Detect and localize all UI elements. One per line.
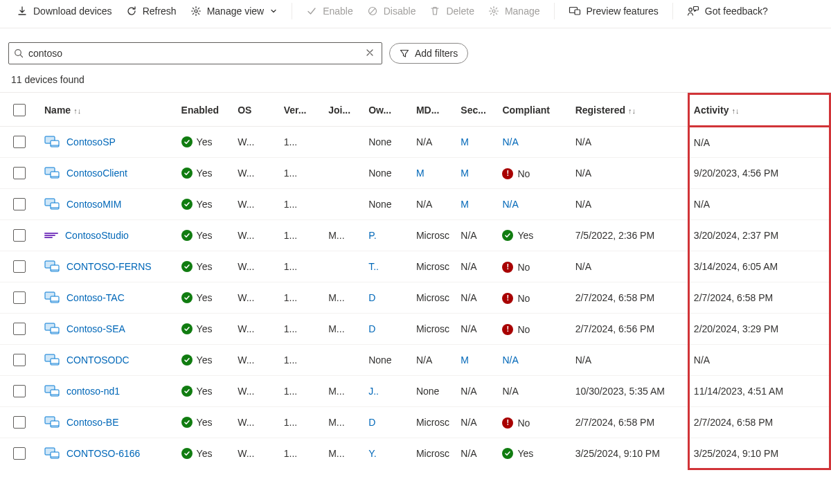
owner-cell[interactable]: J.. — [364, 376, 412, 407]
download-devices-button[interactable]: Download devices — [11, 1, 118, 21]
os-cell: W... — [233, 251, 280, 282]
mdm-cell: Microsc — [412, 438, 456, 469]
col-owner[interactable]: Ow... — [364, 94, 412, 127]
error-circle-icon: ! — [502, 168, 513, 179]
row-checkbox[interactable] — [13, 385, 26, 397]
os-cell: W... — [233, 407, 280, 438]
device-icon — [44, 353, 60, 367]
security-cell[interactable]: M — [456, 158, 498, 189]
security-cell[interactable]: M — [456, 127, 498, 158]
row-checkbox[interactable] — [13, 447, 26, 460]
compliant-cell[interactable]: N/A — [498, 189, 571, 220]
device-link[interactable]: ContosoSP — [66, 136, 116, 147]
device-link[interactable]: contoso-nd1 — [66, 386, 120, 397]
join-cell — [324, 189, 364, 220]
device-link[interactable]: ContosoClient — [66, 168, 127, 179]
row-checkbox[interactable] — [13, 167, 26, 179]
row-checkbox[interactable] — [13, 291, 26, 304]
compliant-cell[interactable]: N/A — [498, 127, 571, 158]
separator — [672, 3, 673, 19]
check-circle-icon — [181, 136, 193, 147]
feedback-button[interactable]: Got feedback? — [681, 1, 774, 21]
owner-cell[interactable]: P. — [364, 220, 412, 251]
manage-view-button[interactable]: Manage view — [185, 1, 284, 21]
mdm-cell: Microsc — [412, 251, 456, 282]
col-compliant[interactable]: Compliant — [498, 94, 571, 127]
activity-cell: 3/14/2024, 6:05 AM — [688, 251, 830, 282]
table-row: contoso-nd1YesW...1...M...J..NoneN/AN/A1… — [0, 376, 830, 407]
svg-rect-32 — [51, 390, 59, 396]
table-row: Contoso-SEAYesW...1...M...DMicroscN/A!No… — [0, 314, 830, 345]
registered-cell: N/A — [571, 189, 689, 220]
svg-rect-20 — [51, 265, 59, 271]
join-cell: M... — [324, 220, 364, 251]
col-version[interactable]: Ver... — [280, 94, 324, 127]
col-join[interactable]: Joi... — [324, 94, 364, 127]
mdm-cell: N/A — [412, 345, 456, 376]
enabled-cell: Yes — [181, 323, 213, 334]
owner-cell[interactable]: D — [364, 314, 412, 345]
col-name[interactable]: Name↑↓ — [40, 94, 177, 127]
col-os[interactable]: OS — [233, 94, 280, 127]
command-bar: Download devices Refresh Manage view Ena… — [0, 0, 831, 28]
compliant-cell[interactable]: N/A — [498, 345, 571, 376]
col-security[interactable]: Sec... — [456, 94, 498, 127]
select-all-checkbox[interactable] — [13, 104, 26, 116]
device-icon — [44, 197, 60, 211]
check-circle-icon — [181, 168, 193, 179]
check-circle-icon — [181, 386, 193, 397]
device-link[interactable]: CONTOSODC — [66, 354, 129, 366]
owner-cell[interactable]: Y. — [364, 438, 412, 469]
check-circle-icon — [502, 230, 513, 241]
row-checkbox[interactable] — [13, 198, 26, 210]
row-checkbox[interactable] — [13, 260, 26, 273]
activity-cell: N/A — [688, 127, 830, 158]
device-link[interactable]: CONTOSO-6166 — [66, 448, 140, 459]
col-activity[interactable]: Activity↑↓ — [688, 94, 830, 127]
row-checkbox[interactable] — [13, 416, 26, 429]
check-icon — [306, 6, 317, 17]
preview-features-button[interactable]: Preview features — [563, 1, 664, 21]
owner-cell[interactable]: T.. — [364, 251, 412, 282]
device-link[interactable]: ContosoMIM — [66, 199, 121, 210]
svg-rect-11 — [51, 141, 59, 147]
security-cell[interactable]: M — [456, 345, 498, 376]
enabled-cell: Yes — [181, 292, 213, 303]
col-mdm[interactable]: MD... — [412, 94, 456, 127]
row-checkbox[interactable] — [13, 323, 26, 335]
device-link[interactable]: Contoso-SEA — [66, 323, 125, 334]
col-enabled[interactable]: Enabled — [177, 94, 234, 127]
registered-cell: 10/30/2023, 5:35 AM — [571, 376, 689, 407]
svg-point-6 — [688, 8, 692, 12]
search-box[interactable] — [8, 42, 382, 64]
join-cell: M... — [324, 407, 364, 438]
svg-line-2 — [370, 8, 375, 14]
owner-cell[interactable]: D — [364, 407, 412, 438]
owner-cell[interactable]: D — [364, 282, 412, 314]
col-registered[interactable]: Registered↑↓ — [571, 94, 689, 127]
device-link[interactable]: Contoso-TAC — [66, 292, 125, 303]
device-icon — [44, 447, 60, 460]
security-cell[interactable]: M — [456, 189, 498, 220]
row-checkbox[interactable] — [13, 229, 26, 242]
row-checkbox[interactable] — [13, 136, 26, 148]
refresh-button[interactable]: Refresh — [120, 1, 182, 21]
version-cell: 1... — [280, 314, 324, 345]
svg-rect-23 — [51, 296, 59, 303]
row-checkbox[interactable] — [13, 354, 26, 366]
device-link[interactable]: CONTOSO-FERNS — [66, 261, 152, 272]
add-filters-button[interactable]: Add filters — [389, 43, 468, 64]
clear-search-button[interactable] — [362, 45, 377, 62]
mdm-cell[interactable]: M — [412, 158, 456, 189]
version-cell: 1... — [280, 158, 324, 189]
registered-cell: 2/7/2024, 6:56 PM — [571, 314, 689, 345]
registered-cell: 2/7/2024, 6:58 PM — [571, 282, 689, 314]
refresh-label: Refresh — [143, 6, 177, 17]
compliant-cell: !No — [498, 158, 571, 189]
enabled-cell: Yes — [181, 417, 213, 428]
device-link[interactable]: ContosoStudio — [65, 230, 129, 241]
manage-label: Manage — [505, 6, 540, 17]
search-input[interactable] — [24, 48, 362, 59]
device-link[interactable]: Contoso-BE — [66, 417, 118, 428]
activity-cell: 2/7/2024, 6:58 PM — [688, 407, 830, 438]
